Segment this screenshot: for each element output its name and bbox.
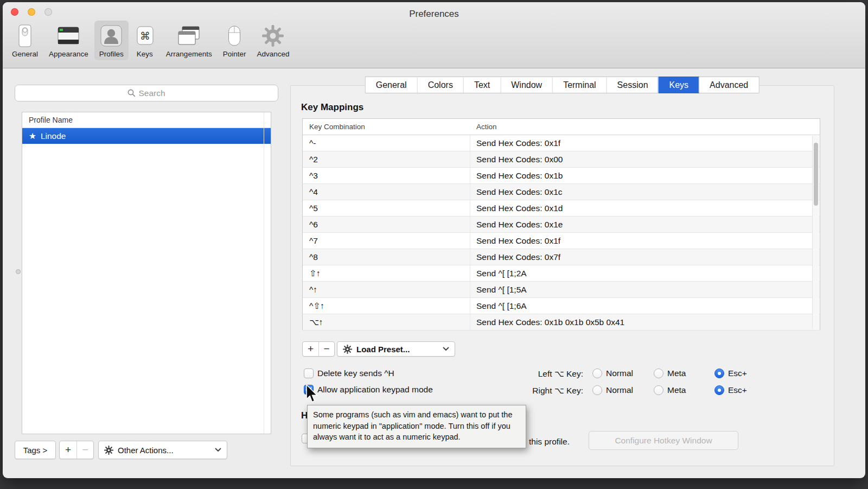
column-header-action: Action <box>470 123 820 131</box>
tab-terminal[interactable]: Terminal <box>552 77 606 93</box>
preferences-toolbar: General Appearance Profiles ⌘ Keys <box>7 21 294 60</box>
radio-label[interactable]: Meta <box>667 369 686 378</box>
key-combination-cell: ^6 <box>303 220 470 230</box>
gear-icon <box>104 446 113 455</box>
add-remove-profile-segment: + − <box>59 441 94 459</box>
table-row[interactable]: ^8Send Hex Codes: 0x7f <box>303 249 820 265</box>
keypad-mode-tooltip: Some programs (such as vim and emacs) wa… <box>307 405 526 448</box>
tags-button[interactable]: Tags > <box>15 441 56 459</box>
table-row[interactable]: ^2Send Hex Codes: 0x00 <box>303 151 820 168</box>
right-option-meta-radio[interactable] <box>654 385 663 395</box>
table-scrollbar[interactable] <box>812 136 819 329</box>
load-preset-label: Load Preset... <box>356 345 410 354</box>
right-option-normal-radio[interactable] <box>592 385 602 395</box>
action-cell: Send Hex Codes: 0x1f <box>470 138 820 148</box>
action-cell: Send Hex Codes: 0x00 <box>470 155 820 164</box>
configure-hotkey-window-button[interactable]: Configure Hotkey Window <box>589 431 738 450</box>
radio-label[interactable]: Normal <box>606 385 633 395</box>
other-actions-popup[interactable]: Other Actions... <box>98 441 227 459</box>
table-row[interactable]: ^-Send Hex Codes: 0x1f <box>303 135 820 151</box>
table-row[interactable]: ^5Send Hex Codes: 0x1d <box>303 200 820 217</box>
appearance-icon <box>56 23 81 49</box>
toolbar-item-label: Arrangements <box>166 50 212 58</box>
action-cell: Send Hex Codes: 0x7f <box>470 252 820 262</box>
delete-key-label[interactable]: Delete key sends ^H <box>317 369 394 378</box>
profiles-icon <box>100 23 123 49</box>
table-row[interactable]: ^7Send Hex Codes: 0x1f <box>303 233 820 249</box>
radio-label[interactable]: Meta <box>667 385 686 395</box>
left-option-normal-radio[interactable] <box>592 369 602 378</box>
left-option-esc-radio[interactable] <box>714 369 724 378</box>
other-actions-label: Other Actions... <box>118 446 174 455</box>
delete-key-checkbox[interactable] <box>304 369 314 378</box>
advanced-gear-icon <box>261 23 284 49</box>
column-header-key-combination: Key Combination <box>303 123 470 131</box>
toolbar-item-label: Profiles <box>99 50 124 58</box>
table-row[interactable]: ^↑Send ^[ [1;5A <box>303 282 820 298</box>
remove-profile-button[interactable]: − <box>76 441 93 459</box>
table-row[interactable]: ⌥↑Send Hex Codes: 0x1b 0x1b 0x5b 0x41 <box>303 314 820 331</box>
profile-row-linode[interactable]: ★ Linode <box>22 128 271 144</box>
keypad-mode-label[interactable]: Allow application keypad mode <box>317 385 433 395</box>
toolbar-item-general[interactable]: General <box>7 21 43 60</box>
preferences-window: Preferences General Appearance Profiles <box>3 2 865 478</box>
window-title: Preferences <box>3 9 865 20</box>
toolbar-item-label: Keys <box>137 50 153 58</box>
radio-label[interactable]: Normal <box>606 369 633 378</box>
keypad-mode-option: Allow application keypad mode <box>304 385 433 395</box>
radio-label[interactable]: Esc+ <box>728 385 747 395</box>
toolbar-item-label: Advanced <box>257 50 289 58</box>
key-combination-cell: ^8 <box>303 252 470 262</box>
load-preset-popup[interactable]: Load Preset... <box>337 341 455 357</box>
left-option-esc: Esc+ <box>714 369 747 378</box>
tab-text[interactable]: Text <box>463 77 500 93</box>
action-cell: Send Hex Codes: 0x1b <box>470 171 820 181</box>
toolbar-item-pointer[interactable]: Pointer <box>218 21 251 60</box>
right-option-normal: Normal <box>592 385 633 395</box>
toolbar-item-keys[interactable]: ⌘ Keys <box>130 21 160 60</box>
tab-general[interactable]: General <box>366 77 417 93</box>
tab-session[interactable]: Session <box>607 77 659 93</box>
key-combination-cell: ^⇧↑ <box>303 301 470 311</box>
pane-splitter-handle[interactable] <box>16 269 21 274</box>
arrangements-icon <box>176 23 201 49</box>
key-mappings-heading: Key Mappings <box>301 102 363 113</box>
svg-text:⌘: ⌘ <box>140 30 150 42</box>
left-option-meta-radio[interactable] <box>654 369 663 378</box>
toolbar-item-advanced[interactable]: Advanced <box>252 21 294 60</box>
tab-window[interactable]: Window <box>500 77 552 93</box>
table-row[interactable]: ^6Send Hex Codes: 0x1e <box>303 217 820 233</box>
action-cell: Send Hex Codes: 0x1f <box>470 236 820 246</box>
key-combination-cell: ^3 <box>303 171 470 181</box>
remove-mapping-button[interactable]: − <box>318 342 334 356</box>
left-option-normal: Normal <box>592 369 633 378</box>
tab-advanced[interactable]: Advanced <box>699 77 758 93</box>
action-cell: Send Hex Codes: 0x1c <box>470 187 820 197</box>
mouse-cursor <box>305 384 318 406</box>
table-column-divider <box>470 119 470 329</box>
toolbar-item-label: Appearance <box>49 50 88 58</box>
toolbar-item-profiles[interactable]: Profiles <box>94 21 129 60</box>
tab-colors[interactable]: Colors <box>417 77 463 93</box>
add-profile-button[interactable]: + <box>60 441 76 459</box>
radio-label[interactable]: Esc+ <box>728 369 747 378</box>
search-placeholder: Search <box>138 88 165 98</box>
add-mapping-button[interactable]: + <box>303 342 318 356</box>
toolbar-item-appearance[interactable]: Appearance <box>44 21 93 60</box>
key-combination-cell: ^2 <box>303 155 470 164</box>
scrollbar-thumb[interactable] <box>814 143 818 206</box>
right-option-esc-radio[interactable] <box>714 385 724 395</box>
search-input[interactable]: Search <box>15 85 278 101</box>
add-remove-mapping-segment: + − <box>302 341 335 357</box>
table-row[interactable]: ⇧↑Send ^[ [1;2A <box>303 265 820 282</box>
toolbar-item-label: Pointer <box>223 50 246 58</box>
left-option-meta: Meta <box>654 369 686 378</box>
table-row[interactable]: ^4Send Hex Codes: 0x1c <box>303 184 820 200</box>
table-row[interactable]: ^⇧↑Send ^[ [1;6A <box>303 298 820 314</box>
chevron-down-icon <box>443 347 449 351</box>
chevron-down-icon <box>215 448 221 452</box>
key-combination-cell: ^- <box>303 138 470 148</box>
table-row[interactable]: ^3Send Hex Codes: 0x1b <box>303 168 820 184</box>
tab-keys[interactable]: Keys <box>658 77 700 93</box>
toolbar-item-arrangements[interactable]: Arrangements <box>161 21 217 60</box>
